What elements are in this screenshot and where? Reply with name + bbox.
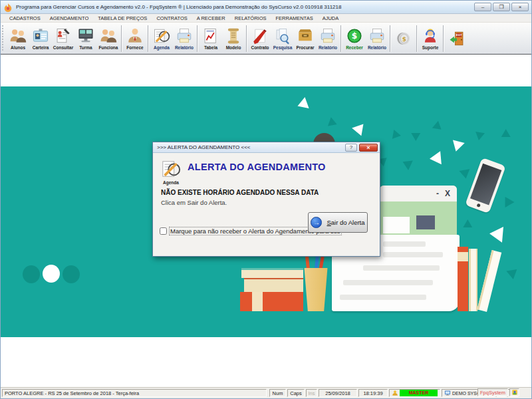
exit-alert-button[interactable]: → Sair do Alerta <box>308 212 368 233</box>
smartphone-illustration <box>465 158 506 213</box>
menu-cadastros[interactable]: CADASTROS <box>5 15 45 21</box>
id-card-icon <box>32 27 49 45</box>
menu-a-receber[interactable]: A RECEBER <box>192 15 230 21</box>
confetti-triangle <box>392 130 402 140</box>
confetti-triangle <box>400 157 413 170</box>
titlebar: Programa para Gerenciar Cursos e Agendam… <box>1 1 531 14</box>
status-printer <box>496 389 506 397</box>
toolbar-label: Funciona <box>99 45 118 50</box>
toolbar-button-relatorio-contratos[interactable]: Relatório <box>317 27 339 50</box>
report-printer-icon <box>176 27 193 45</box>
network-icon <box>509 390 516 396</box>
phone-screen <box>470 164 501 205</box>
toolbar-separator <box>443 25 444 52</box>
agenda-icon <box>161 159 181 179</box>
file-drawer-icon <box>297 27 314 45</box>
menu-ferramentas[interactable]: FERRAMENTAS <box>271 15 318 21</box>
toolbar-button-relatorio-receber[interactable]: Relatório <box>366 27 388 50</box>
no-alert-checkbox[interactable] <box>160 227 167 235</box>
minimize-button[interactable]: – <box>474 3 491 11</box>
toolbar-button-coin[interactable] <box>392 30 415 47</box>
dialog-help-button[interactable]: ? <box>345 144 357 152</box>
pencil-cup <box>303 268 329 311</box>
leaning-book <box>477 250 501 312</box>
toolbar-button-exit[interactable] <box>446 30 468 47</box>
menubar: CADASTROS AGENDAMENTO TABELA DE PREÇOS C… <box>1 14 531 23</box>
coin-icon <box>395 30 412 47</box>
menu-relatorios[interactable]: RELATÓRIOS <box>230 15 271 21</box>
classroom-monitor-icon <box>77 27 94 45</box>
menu-agendamento[interactable]: AGENDAMENTO <box>45 15 94 21</box>
toolbar-label: Modelo <box>226 45 241 50</box>
toolbar-label: Relatório <box>368 45 386 50</box>
toolbar-label: Fornece <box>126 45 143 50</box>
decor-dot <box>63 265 80 283</box>
phone-home-button <box>476 203 480 207</box>
menu-tabela-de-precos[interactable]: TABELA DE PREÇOS <box>93 15 152 21</box>
printer-icon <box>498 390 505 396</box>
exit-alert-button-label: Sair do Alerta <box>327 219 364 226</box>
toolbar-separator <box>121 25 122 52</box>
toolbar-label: Agenda <box>154 45 170 50</box>
pencil <box>315 255 319 269</box>
status-database: DEMO SYSCURSO 2.0 <box>442 389 495 397</box>
toolbar-separator <box>246 25 247 52</box>
agenda-icon-caption: Agenda <box>157 180 185 185</box>
toolbar-separator <box>340 25 342 52</box>
menu-contratos[interactable]: CONTRATOS <box>152 15 192 21</box>
toolbar-button-carteira[interactable]: Carteira <box>29 27 52 50</box>
toolbar-button-turma[interactable]: Turma <box>74 27 97 50</box>
status-caps-lock: Caps <box>287 389 305 397</box>
toolbar-button-contrato[interactable]: Contrato <box>249 27 271 50</box>
toolbar-label: Tabela <box>204 45 217 50</box>
toolbar-button-relatorio-agenda[interactable]: Relatório <box>173 27 196 50</box>
toolbar-label: Contrato <box>251 45 269 50</box>
toolbar-button-alunos[interactable]: Alunos <box>7 27 29 50</box>
confetti-triangle <box>489 225 503 243</box>
toolbar-button-fornece[interactable]: Fornece <box>124 27 146 50</box>
supplier-icon <box>126 27 144 45</box>
toolbar-button-procurar[interactable]: Procurar <box>294 27 317 50</box>
dialog-message: NÃO EXISTE HORÁRIO AGENDADO NESSA DATA <box>161 189 319 196</box>
status-user: MASTER <box>389 389 440 397</box>
exit-door-icon <box>448 30 466 47</box>
toolbar-button-tabela[interactable]: Tabela <box>200 27 222 50</box>
toolbar-button-receber[interactable]: Receber <box>343 27 366 50</box>
status-user-badge: MASTER <box>400 390 438 396</box>
toolbar-button-consultar[interactable]: Consultar <box>52 27 74 50</box>
restore-button[interactable]: ❐ <box>493 3 510 11</box>
vertical-book <box>469 249 477 311</box>
students-icon <box>9 27 27 45</box>
card-close-glyph: X <box>445 189 450 198</box>
confetti-triangle <box>295 97 309 112</box>
menu-ajuda[interactable]: AJUDA <box>318 15 344 21</box>
report-printer-icon <box>319 27 336 45</box>
illustration-card-titlebar: - X <box>380 186 457 201</box>
pencil <box>305 256 310 269</box>
confetti-triangle <box>463 219 474 231</box>
toolbar-label: Alunos <box>11 45 25 50</box>
application-window: { "window": { "title": "Programa para Ge… <box>0 0 532 399</box>
toolbar-button-agenda[interactable]: Agenda <box>150 27 173 50</box>
dialog-close-button[interactable]: × <box>359 144 378 152</box>
model-scroll-icon <box>225 27 242 45</box>
toolbar-button-suporte[interactable]: Suporte <box>419 27 442 50</box>
toolbar-separator <box>197 25 198 52</box>
price-table-icon <box>202 27 219 45</box>
toolbar-label: Pesquisa <box>273 45 293 50</box>
toolbar-button-modelo[interactable]: Modelo <box>222 27 245 50</box>
toolbar-button-funciona[interactable]: Funciona <box>97 27 120 50</box>
window-title: Programa para Gerenciar Cursos e Agendam… <box>16 4 471 10</box>
confetti-triangle <box>501 197 515 210</box>
toolbar-label: Receber <box>346 45 363 50</box>
dialog-titlebar[interactable]: >>> ALERTA DO AGENDAMENTO <<< ? × <box>153 142 380 153</box>
confetti-triangle <box>351 122 364 136</box>
toolbar-button-pesquisa[interactable]: Pesquisa <box>271 27 294 50</box>
toolbar-label: Suporte <box>422 45 439 50</box>
close-button[interactable]: × <box>511 3 529 11</box>
consult-document-icon <box>55 27 72 45</box>
status-time: 18:19:39 <box>358 389 388 397</box>
dialog-title: >>> ALERTA DO AGENDAMENTO <<< <box>157 144 345 150</box>
card-slate-block <box>416 215 435 229</box>
confetti-triangle <box>411 129 422 141</box>
